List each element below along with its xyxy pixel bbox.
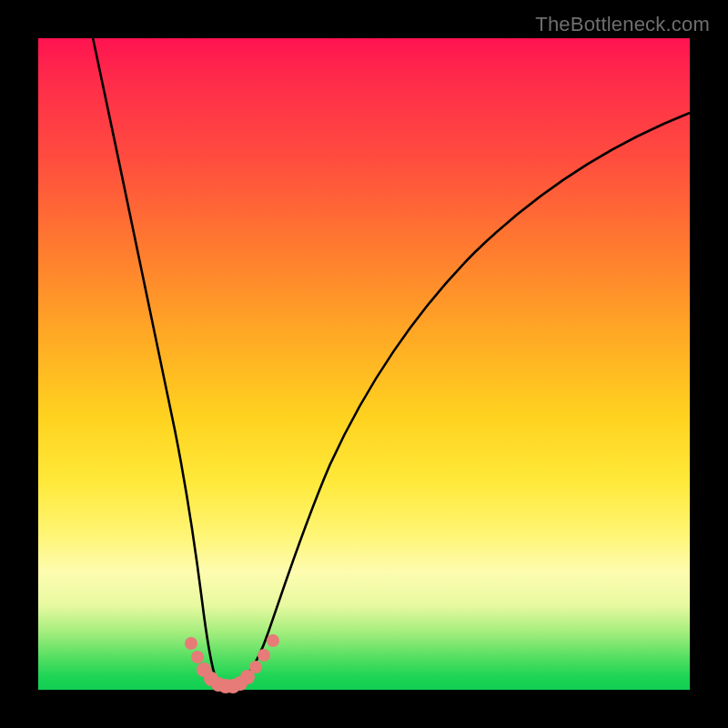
chart-frame: TheBottleneck.com [0, 0, 728, 728]
watermark-text: TheBottleneck.com [535, 13, 710, 36]
svg-point-11 [267, 634, 279, 647]
curve-path [91, 29, 690, 687]
svg-point-10 [258, 649, 270, 662]
svg-point-9 [249, 661, 262, 673]
svg-point-1 [191, 651, 204, 663]
bottleneck-curve [38, 38, 690, 690]
svg-point-0 [185, 637, 197, 650]
plot-area [38, 38, 690, 690]
